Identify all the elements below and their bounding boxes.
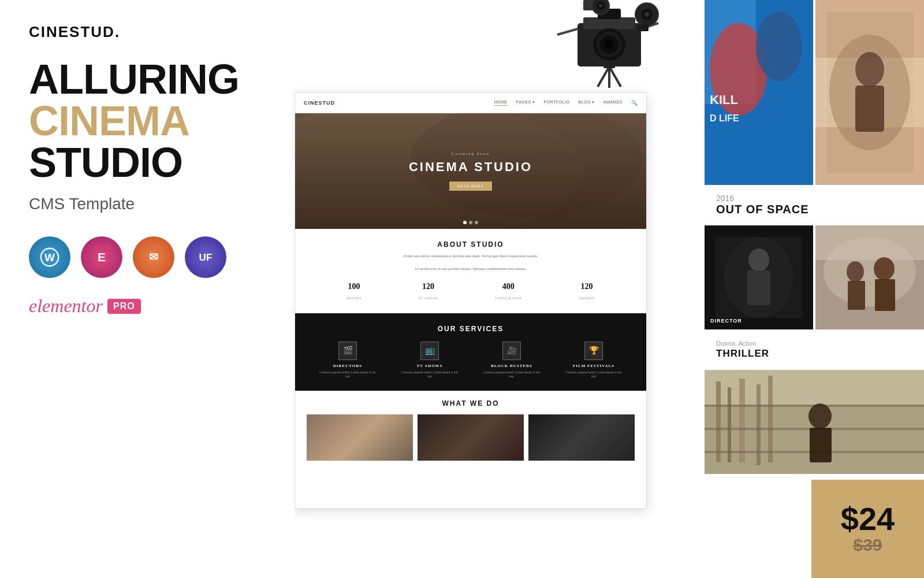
hero-dot-3[interactable] [475,221,478,224]
mockup-services-section: OUR SERVICES 🎬 DIRECTORS Contrary popula… [295,313,646,391]
stat-video: 400 VIDEO & POST [495,282,522,302]
drama-genre: Drama, Action [716,340,756,347]
directors-desc: Contrary popular belief, Lorem Ipsum is … [319,370,377,379]
svg-rect-56 [768,376,773,462]
headline-line2: CINEMA [29,100,266,142]
svg-rect-54 [739,379,745,462]
what-we-do-cards [307,414,635,461]
year-number: 2016 [716,194,912,203]
svg-rect-49 [875,279,895,311]
festivals-desc: Contrary popular belief, Lorem Ipsum is … [565,370,623,379]
headline-line1: ALLURING [29,58,266,100]
svg-point-41 [748,249,769,272]
services-title: OUR SERVICES [307,325,635,333]
elementor-text: elementor [29,295,103,317]
gallery-mid-image-2 [815,225,924,329]
svg-text:UF: UF [199,252,213,263]
website-mockup: CINESTUD HOME PAGES ▾ PORTFOLIO BLOG ▾ A… [295,92,647,509]
mockup-what-we-do-section: WHAT WE DO [295,391,646,469]
hero-subtitle: Cooming Soon [452,151,490,156]
svg-point-20 [599,4,602,8]
card-1 [307,414,413,461]
stat-awards-label: AWARDS [579,297,595,300]
svg-point-45 [824,237,916,306]
director-overlay-text: DIRECTOR [710,318,742,324]
svg-point-17 [644,12,649,17]
cms-label: CMS Template [29,195,266,213]
mockup-hero: Cooming Soon CINEMA STUDIO READ MORE [295,113,646,229]
price-original: $39 [853,535,882,555]
svg-line-22 [598,66,609,87]
mockup-nav-links: HOME PAGES ▾ PORTFOLIO BLOG ▾ AWARDS 🔍 [494,100,638,106]
festivals-icon: 🏆 [584,342,603,360]
search-icon[interactable]: 🔍 [631,100,638,106]
svg-rect-21 [638,24,649,31]
card-2 [418,414,524,461]
blockbusters-icon: 🎥 [502,342,521,360]
nav-link-blog[interactable]: BLOG ▾ [578,100,594,106]
gallery-image-2 [815,0,924,185]
svg-point-29 [756,12,802,81]
newsletter-icon[interactable]: ✉ [133,236,174,278]
tvshows-desc: Contrary popular belief, Lorem Ipsum is … [401,370,459,379]
price-badge: $24 $39 [811,480,924,578]
svg-rect-52 [716,381,721,462]
svg-rect-61 [810,428,832,462]
service-directors: 🎬 DIRECTORS Contrary popular belief, Lor… [319,342,377,379]
svg-text:✉: ✉ [149,251,158,263]
svg-rect-47 [848,281,865,310]
about-text-2: Ut lacinia eros in erat gravida tempor. … [318,266,623,272]
left-panel: CINESTUD. ALLURING CINEMA STUDIO CMS Tem… [0,0,295,578]
nav-link-portfolio[interactable]: PORTFOLIO [544,100,570,106]
stat-video-num: 400 [495,282,522,291]
headline-line3: STUDIO [29,142,266,183]
elementor-icon[interactable]: E [81,236,122,278]
stat-tvshows: 120 TV SHOWS [418,282,438,302]
nav-link-home[interactable]: HOME [494,100,508,106]
hero-dots [463,221,478,224]
svg-point-10 [605,40,614,49]
about-stats: 100 MOVIES 120 TV SHOWS 400 VIDEO & POST… [318,279,623,302]
tvshows-icon: 📺 [420,342,439,360]
svg-point-46 [847,261,864,282]
elementor-logo: elementor PRO [29,295,266,317]
svg-rect-37 [855,86,884,132]
drama-title: THRILLER [716,348,769,359]
ultimate-forms-icon[interactable]: UF [185,236,226,278]
directors-label: DIRECTORS [319,364,377,368]
svg-rect-42 [747,271,770,305]
nav-link-pages[interactable]: PAGES ▾ [516,100,535,106]
price-current: $24 [841,503,895,535]
tvshows-label: TV SHOWS [401,364,459,368]
svg-text:D LIFE: D LIFE [710,113,739,123]
drama-label: Drama, Action THRILLER [705,332,924,365]
service-festivals: 🏆 FILM FESTIVALS Contrary popular belief… [565,342,623,379]
about-title: ABOUT STUDIO [318,240,623,249]
blockbusters-desc: Contrary popular belief, Lorem Ipsum is … [483,370,541,379]
svg-point-48 [874,257,895,280]
gallery-image-1: KILL D LIFE [705,0,813,185]
stat-movies-num: 100 [346,282,362,291]
stat-video-label: VIDEO & POST [495,297,522,300]
festivals-label: FILM FESTIVALS [565,364,623,368]
wordpress-icon[interactable]: W [29,236,70,278]
card-3 [528,414,635,461]
hero-cta-button[interactable]: READ MORE [449,181,491,191]
mockup-about-section: ABOUT STUDIO Donec arcu dolor, elementum… [295,229,646,313]
year-label: 2016 OUT OF SPACE [705,185,924,219]
brand-logo: CINESTUD. [29,23,266,41]
hero-dot-2[interactable] [469,221,472,224]
what-we-do-title: WHAT WE DO [307,399,635,407]
service-tvshows: 📺 TV SHOWS Contrary popular belief, Lore… [401,342,459,379]
hero-dot-1[interactable] [463,221,467,224]
hero-title: CINEMA STUDIO [409,160,532,175]
stat-movies-label: MOVIES [346,297,362,300]
gallery-bottom-right [705,370,924,474]
nav-link-awards[interactable]: AWARDS [603,100,623,106]
svg-text:E: E [98,250,106,264]
gallery-middle-right: DIRECTOR [705,225,924,329]
svg-text:W: W [44,251,55,264]
directors-icon: 🎬 [338,342,357,360]
services-grid: 🎬 DIRECTORS Contrary popular belief, Lor… [307,342,635,379]
svg-point-36 [855,52,884,87]
